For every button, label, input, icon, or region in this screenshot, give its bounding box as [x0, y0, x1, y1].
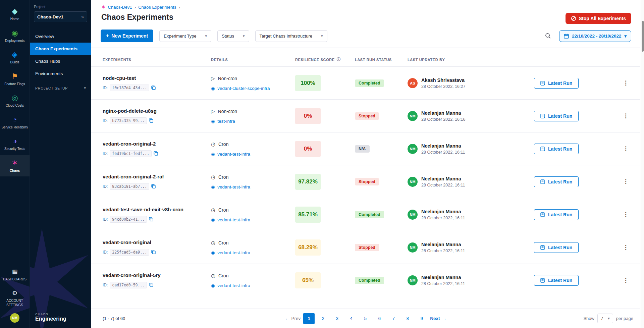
kebab-menu-icon[interactable]: ⋮: [620, 210, 631, 219]
latest-run-button[interactable]: Latest Run: [534, 242, 579, 253]
nav-item-chaos-experiments[interactable]: Chaos Experiments: [30, 43, 91, 55]
page-number-button[interactable]: 2: [317, 313, 329, 324]
latest-run-button[interactable]: Latest Run: [534, 78, 579, 89]
stop-all-experiments-button[interactable]: Stop All Experiments: [566, 13, 631, 24]
kebab-menu-icon[interactable]: ⋮: [620, 275, 631, 285]
feature-flags-icon: [10, 72, 19, 81]
experiment-name[interactable]: vedant-cron-original: [103, 239, 211, 245]
experiment-type-filter[interactable]: Experiment Type ▾: [159, 30, 211, 42]
table-row: vedant-test-save-nd-exit-v8h-cron ID: 94…: [91, 198, 640, 231]
table-row: node-cpu-test ID: f0c187d4-43d... Non-cr…: [91, 66, 640, 99]
table-row: vedant-cron-original-2-raf ID: 83cab181-…: [91, 165, 640, 198]
page-number-button[interactable]: 6: [374, 313, 385, 324]
action-cell: Latest Run: [534, 209, 604, 220]
copy-icon[interactable]: [149, 118, 153, 123]
copy-icon[interactable]: [151, 250, 156, 254]
page-size-value: 7: [601, 316, 603, 321]
double-chevron-right-icon[interactable]: »: [81, 14, 84, 19]
experiment-name[interactable]: vedant-cron-original-2-raf: [103, 174, 211, 179]
experiment-id-value: cad17ed0-59...: [110, 282, 147, 288]
date-range-picker[interactable]: 22/10/2022 - 28/10/2022 ▾: [559, 30, 631, 42]
search-button[interactable]: [543, 31, 553, 41]
avatar: NM: [408, 177, 418, 187]
page-number-button[interactable]: 9: [416, 313, 427, 324]
breadcrumb-project-link[interactable]: Chaos-Dev1: [108, 5, 132, 10]
nav-item-chaos-hubs[interactable]: Chaos Hubs: [30, 55, 91, 67]
kebab-menu-icon[interactable]: ⋮: [620, 177, 631, 186]
sidebar-item-chaos[interactable]: Chaos: [0, 155, 30, 177]
sidebar-item-feature-flags[interactable]: Feature Flags: [0, 68, 30, 90]
page-size-select[interactable]: 7 ▾: [597, 314, 613, 323]
sidebar-item-home[interactable]: Home: [0, 3, 30, 25]
sidebar-item-account-settings[interactable]: ACCOUNT SETTINGS: [1, 287, 29, 309]
score-cell: 0%: [295, 141, 355, 157]
vertical-scrollbar[interactable]: [641, 0, 644, 328]
infrastructure-link[interactable]: vedant-test-infra: [217, 250, 250, 255]
infrastructure-link[interactable]: vedant-test-infra: [217, 152, 250, 157]
prev-page-button[interactable]: ← Prev: [285, 316, 301, 321]
sidebar-item-service-reliability[interactable]: Service Reliability: [0, 112, 30, 133]
user-name: Neelanjan Manna: [421, 275, 465, 280]
date-range-value: 22/10/2022 - 28/10/2022: [572, 34, 621, 39]
table-body: node-cpu-test ID: f0c187d4-43d... Non-cr…: [91, 66, 640, 309]
user-avatar[interactable]: NM: [10, 313, 19, 323]
project-selector[interactable]: Chaos-Dev1 »: [34, 11, 87, 22]
nav-item-environments[interactable]: Environments: [30, 67, 91, 80]
experiment-name[interactable]: nginx-pod-delete-u8sg: [103, 108, 211, 114]
scrollbar-thumb[interactable]: [642, 21, 644, 52]
page-number-button[interactable]: 5: [360, 313, 371, 324]
info-icon[interactable]: ⓘ: [337, 57, 341, 62]
copy-icon[interactable]: [154, 151, 158, 156]
breadcrumb-page-link[interactable]: Chaos Experiments: [138, 5, 176, 10]
page-number-button[interactable]: 7: [388, 313, 399, 324]
experiment-id-value: 94cd00b2-41...: [110, 216, 147, 223]
page-number-button[interactable]: 4: [345, 313, 357, 324]
status-badge: Completed: [355, 211, 384, 218]
latest-run-button[interactable]: Latest Run: [534, 275, 579, 286]
experiment-name[interactable]: vedant-cron-original-5ry: [103, 272, 211, 278]
infrastructure-link[interactable]: vedant-cluster-scope-infra: [217, 86, 270, 91]
kebab-menu-icon[interactable]: ⋮: [620, 242, 631, 252]
copy-icon[interactable]: [149, 217, 153, 221]
next-page-button[interactable]: Next →: [430, 316, 446, 321]
experiment-name[interactable]: node-cpu-test: [103, 75, 211, 81]
target-infrastructure-filter[interactable]: Target Chaos Infrastructure ▾: [255, 30, 327, 42]
experiment-name[interactable]: vedant-cron-original-2: [103, 141, 211, 147]
latest-run-button[interactable]: Latest Run: [534, 209, 579, 220]
kebab-menu-icon[interactable]: ⋮: [620, 78, 631, 88]
kebab-menu-icon[interactable]: ⋮: [620, 144, 631, 154]
project-setup-toggle[interactable]: PROJECT SETUP ▾: [30, 80, 91, 96]
infrastructure-link[interactable]: vedant-test-infra: [217, 184, 250, 189]
infrastructure-link[interactable]: vedant-test-infra: [217, 217, 250, 222]
run-history-icon: [540, 81, 545, 86]
sidebar-item-cloud-costs[interactable]: Cloud Costs: [0, 90, 30, 112]
infrastructure-link[interactable]: vedant-test-infra: [217, 283, 250, 288]
module-footer-title: Engineering: [35, 316, 86, 322]
copy-icon[interactable]: [149, 283, 153, 287]
latest-run-button[interactable]: Latest Run: [534, 144, 579, 154]
sidebar-item-deployments[interactable]: Deployments: [0, 25, 30, 47]
infrastructure-icon: ◉: [211, 283, 215, 288]
deployments-icon: [10, 29, 19, 38]
page-number-button[interactable]: 8: [402, 313, 413, 324]
latest-run-button[interactable]: Latest Run: [534, 176, 579, 187]
sidebar-item-security-tests[interactable]: Security Tests: [0, 133, 30, 155]
sidebar-item-dashboards[interactable]: DASHBOARDS: [2, 266, 27, 283]
column-label: LAST RUN STATUS: [355, 58, 392, 62]
sidebar-item-builds[interactable]: Builds: [0, 47, 30, 68]
copy-icon[interactable]: [151, 86, 156, 90]
table-row: nginx-pod-delete-u8sg ID: b773c335-99...…: [91, 99, 640, 132]
sidebar-item-label: ACCOUNT SETTINGS: [1, 299, 28, 307]
experiment-type-label: Cron: [218, 174, 228, 180]
copy-icon[interactable]: [151, 184, 156, 188]
infrastructure-link[interactable]: test-infra: [217, 119, 235, 124]
new-experiment-button[interactable]: + New Experiment: [101, 30, 153, 42]
page-number-button[interactable]: 1: [303, 313, 315, 324]
pagination-bar: (1 - 7) of 60 ← Prev 1 2 3 4 5 6 7 8 9 N…: [91, 309, 640, 328]
status-filter[interactable]: Status ▾: [217, 30, 249, 42]
page-number-button[interactable]: 3: [331, 313, 343, 324]
latest-run-button[interactable]: Latest Run: [534, 111, 579, 121]
nav-item-overview[interactable]: Overview: [30, 30, 91, 43]
experiment-name[interactable]: vedant-test-save-nd-exit-v8h-cron: [103, 207, 211, 212]
kebab-menu-icon[interactable]: ⋮: [620, 111, 631, 121]
